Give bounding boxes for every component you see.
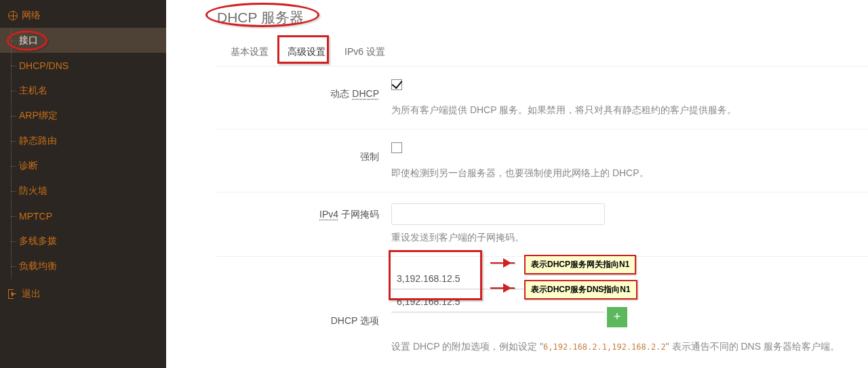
- force-checkbox[interactable]: [391, 142, 402, 153]
- sidebar-logout[interactable]: 退出: [0, 281, 166, 306]
- field-label: IPv4 子网掩码: [216, 201, 391, 221]
- anno-callout-1: 表示DHCP服务网关指向N1: [524, 255, 636, 274]
- tab-bar: 基本设置 高级设置 IPv6 设置: [224, 42, 392, 65]
- sidebar-item-diagnostics[interactable]: 诊断: [0, 153, 166, 178]
- netmask-input[interactable]: [391, 203, 605, 225]
- tab-basic[interactable]: 基本设置: [224, 42, 275, 65]
- field-dynamic-dhcp: 动态 DHCP 为所有客户端提供 DHCP 服务。如果禁用，将只对具有静态租约的…: [216, 66, 868, 129]
- tab-ipv6[interactable]: IPv6 设置: [338, 42, 392, 65]
- sidebar-section-label: 网络: [22, 9, 41, 22]
- field-netmask: IPv4 子网掩码 重设发送到客户端的子网掩码。: [216, 192, 868, 257]
- sidebar-item-load-balance[interactable]: 负载均衡: [0, 253, 166, 279]
- sidebar-item-label: 接口: [19, 35, 38, 47]
- add-dhcp-option-button[interactable]: +: [607, 307, 627, 327]
- sidebar-item-label: 负载均衡: [19, 260, 57, 272]
- anno-callout-2: 表示DHCP服务DNS指向N1: [524, 280, 637, 300]
- logout-icon: [8, 289, 18, 299]
- anno-arrow-2: [490, 287, 515, 289]
- field-hint: 即使检测到另一台服务器，也要强制使用此网络上的 DHCP。: [391, 167, 868, 180]
- sidebar-item-multiwan[interactable]: 多线多拨: [0, 228, 166, 253]
- page-title: DHCP 服务器: [217, 8, 304, 27]
- field-label: DHCP 选项: [216, 265, 391, 327]
- field-label: 动态 DHCP: [216, 75, 391, 100]
- sidebar-item-interfaces[interactable]: 接口: [0, 28, 166, 53]
- field-hint: 为所有客户端提供 DHCP 服务。如果禁用，将只对具有静态租约的客户提供服务。: [391, 104, 868, 117]
- dynamic-dhcp-checkbox[interactable]: [391, 79, 402, 90]
- sidebar-item-hostnames[interactable]: 主机名: [0, 78, 166, 103]
- sidebar-section-network[interactable]: 网络: [0, 3, 166, 28]
- field-label: 强制: [216, 138, 391, 163]
- sidebar-item-arp[interactable]: ARP绑定: [0, 103, 166, 128]
- globe-icon: [8, 11, 18, 20]
- sidebar-item-firewall[interactable]: 防火墙: [0, 178, 166, 203]
- field-force: 强制 即使检测到另一台服务器，也要强制使用此网络上的 DHCP。: [216, 129, 868, 192]
- sidebar-item-label: 诊断: [19, 160, 38, 172]
- sidebar-item-dhcp-dns[interactable]: DHCP/DNS: [0, 53, 166, 78]
- anno-arrow-1: [490, 262, 515, 264]
- sidebar-item-label: DHCP/DNS: [19, 60, 68, 71]
- sidebar: 网络 接口 DHCP/DNS 主机名 ARP绑定 静态路由 诊断 防火墙 MPT…: [0, 0, 166, 368]
- settings-panel: 动态 DHCP 为所有客户端提供 DHCP 服务。如果禁用，将只对具有静态租约的…: [216, 66, 868, 368]
- sidebar-item-label: 多线多拨: [19, 235, 57, 247]
- sidebar-item-label: 静态路由: [19, 135, 57, 147]
- field-hint: 设置 DHCP 的附加选项，例如设定 "6,192.168.2.1,192.16…: [391, 341, 868, 353]
- sidebar-item-mptcp[interactable]: MPTCP: [0, 203, 166, 228]
- sidebar-item-label: 主机名: [19, 85, 47, 97]
- sidebar-item-label: MPTCP: [19, 211, 52, 222]
- main-content: DHCP 服务器 基本设置 高级设置 IPv6 设置 动态 DHCP 为所有客户…: [166, 0, 868, 368]
- sidebar-item-static-routes[interactable]: 静态路由: [0, 128, 166, 153]
- field-hint: 重设发送到客户端的子网掩码。: [391, 232, 868, 244]
- tab-advanced[interactable]: 高级设置: [281, 42, 332, 65]
- sidebar-item-label: 防火墙: [19, 185, 47, 197]
- sidebar-item-label: ARP绑定: [19, 110, 58, 122]
- sidebar-logout-label: 退出: [22, 288, 41, 300]
